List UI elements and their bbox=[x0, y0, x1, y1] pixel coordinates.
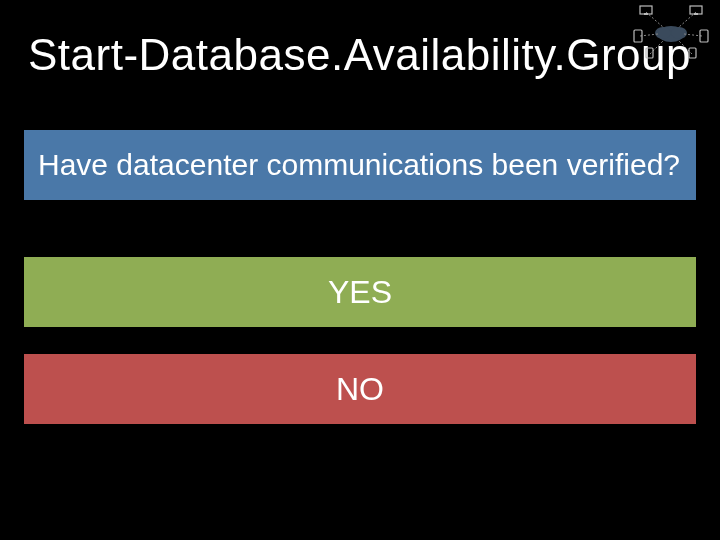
network-icon bbox=[632, 4, 710, 60]
svg-line-7 bbox=[650, 40, 664, 54]
question-panel: Have datacenter communications been veri… bbox=[22, 128, 698, 202]
svg-line-8 bbox=[678, 40, 692, 54]
question-text: Have datacenter communications been veri… bbox=[38, 148, 680, 182]
svg-rect-11 bbox=[690, 6, 702, 14]
svg-point-2 bbox=[671, 27, 687, 39]
page-title: Start-Database.Availability.Group bbox=[28, 30, 691, 80]
no-button-label: NO bbox=[336, 371, 384, 408]
yes-button[interactable]: YES bbox=[22, 255, 698, 329]
svg-rect-16 bbox=[689, 48, 696, 58]
title-text: Start-Database.Availability.Group bbox=[28, 30, 691, 79]
slide-stage: Start-Database.Availability.Group bbox=[0, 0, 720, 540]
svg-rect-15 bbox=[646, 48, 653, 58]
yes-button-label: YES bbox=[328, 274, 392, 311]
svg-rect-9 bbox=[640, 6, 652, 14]
svg-point-1 bbox=[655, 27, 671, 39]
no-button[interactable]: NO bbox=[22, 352, 698, 426]
